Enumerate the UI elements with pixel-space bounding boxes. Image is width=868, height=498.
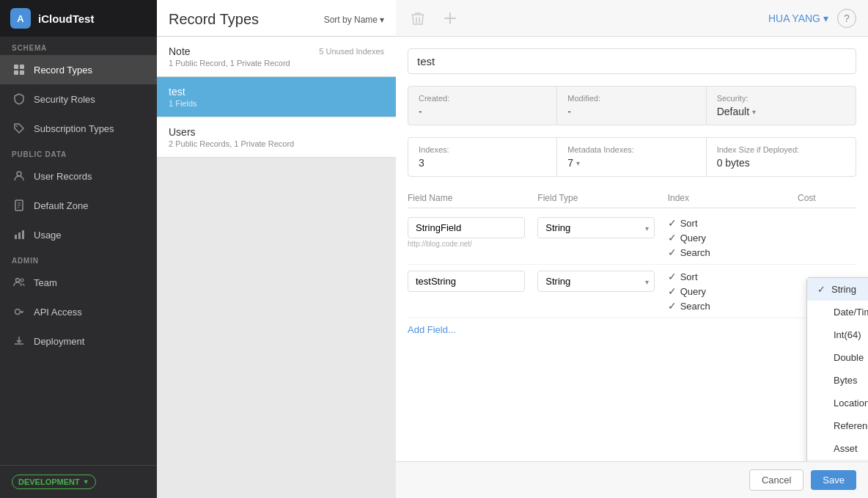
field-name-input-1[interactable]	[408, 271, 525, 292]
sidebar-item-deployment[interactable]: Deployment	[0, 326, 157, 356]
dropdown-item-asset[interactable]: Asset	[807, 437, 868, 460]
chevron-down-icon: ▾	[576, 159, 580, 167]
app-header: A iCloudTest	[0, 0, 157, 37]
svg-rect-2	[14, 70, 18, 75]
sidebar-item-label: API Access	[34, 307, 82, 318]
field-type-select-0[interactable]: String Date/Time Int(64) Double Bytes Lo…	[537, 217, 655, 238]
right-footer: Cancel Save	[396, 461, 868, 498]
meta-modified-label: Modified:	[567, 94, 695, 103]
meta-metadata-indexes: Metadata Indexes: 7 ▾	[557, 138, 706, 176]
svg-rect-1	[20, 65, 24, 69]
meta-index-size: Index Size if Deployed: 0 bytes	[707, 138, 856, 176]
dropdown-more-button[interactable]: ▼	[807, 460, 868, 461]
field-name-cell	[408, 271, 537, 292]
type-dropdown: ✓ String Date/Time Int(64) Double Bytes	[806, 277, 868, 461]
meta-modified: Modified: -	[557, 87, 706, 125]
checkmark-icon: ✓	[668, 300, 677, 312]
meta-grid-1: Created: - Modified: - Security: Default…	[408, 86, 856, 125]
index-sort-1: ✓ Sort	[668, 271, 798, 282]
record-subtitle: 1 Fields	[169, 99, 384, 108]
meta-indexes: Indexes: 3	[408, 138, 557, 176]
svg-rect-3	[20, 70, 24, 75]
add-field-button[interactable]: Add Field...	[408, 318, 456, 341]
svg-point-4	[16, 125, 18, 127]
meta-indexes-value: 3	[419, 157, 546, 169]
record-item-users[interactable]: Users 2 Public Records, 1 Private Record	[157, 117, 396, 158]
dropdown-item-string[interactable]: ✓ String	[807, 278, 868, 301]
meta-metadata-value: 7 ▾	[567, 157, 695, 169]
schema-section-label: SCHEMA	[0, 37, 157, 55]
dropdown-item-double[interactable]: Double	[807, 346, 868, 369]
doc-icon	[12, 198, 26, 213]
dropdown-item-datetime[interactable]: Date/Time	[807, 301, 868, 323]
svg-rect-8	[18, 232, 21, 239]
field-hint-0: http://blog.code.net/	[408, 240, 537, 248]
dropdown-item-reference[interactable]: Reference	[807, 414, 868, 437]
index-search-1: ✓ Search	[668, 300, 798, 312]
sidebar-item-default-zone[interactable]: Default Zone	[0, 191, 157, 220]
fields-table-header: Field Name Field Type Index Cost	[408, 188, 856, 208]
chevron-down-icon: ▾	[823, 12, 828, 24]
add-button[interactable]	[440, 8, 460, 29]
app-icon: A	[10, 8, 31, 29]
meta-grid-2: Indexes: 3 Metadata Indexes: 7 ▾ Index S…	[408, 137, 856, 177]
index-search-0: ✓ Search	[668, 246, 798, 258]
dropdown-item-location[interactable]: Location	[807, 392, 868, 414]
meta-indexes-label: Indexes:	[419, 145, 546, 154]
sidebar-item-label: Usage	[34, 230, 62, 241]
admin-section-label: ADMIN	[0, 249, 157, 268]
sidebar-item-label: User Records	[34, 171, 92, 182]
meta-created-label: Created:	[419, 94, 546, 103]
help-button[interactable]: ?	[837, 9, 856, 28]
record-item-note[interactable]: 5 Unused Indexes Note 1 Public Record, 1…	[157, 37, 396, 77]
field-type-select-1[interactable]: String	[537, 271, 655, 292]
sidebar-item-security-roles[interactable]: Security Roles	[0, 84, 157, 114]
delete-button[interactable]	[408, 8, 428, 29]
record-item-test[interactable]: test 1 Fields	[157, 77, 396, 117]
shield-icon	[12, 92, 26, 106]
record-badge: 5 Unused Indexes	[319, 47, 384, 56]
sidebar-item-api-access[interactable]: API Access	[0, 297, 157, 326]
sort-control[interactable]: Sort by Name ▾	[324, 15, 384, 25]
record-title: Users	[169, 126, 384, 138]
field-row-0: http://blog.code.net/ String Date/Time I…	[408, 211, 856, 265]
tag-icon	[12, 121, 26, 136]
save-button[interactable]: Save	[811, 470, 856, 490]
meta-index-size-label: Index Size if Deployed:	[717, 145, 845, 154]
people-icon	[12, 275, 26, 290]
index-query-1: ✓ Query	[668, 285, 798, 297]
dropdown-item-bytes[interactable]: Bytes	[807, 369, 868, 392]
svg-rect-0	[14, 65, 18, 69]
meta-metadata-label: Metadata Indexes:	[567, 145, 695, 154]
user-name[interactable]: HUA YANG ▾	[768, 12, 828, 24]
col-cost: Cost	[798, 193, 856, 203]
sidebar-item-label: Record Types	[34, 65, 92, 76]
cancel-button[interactable]: Cancel	[749, 469, 803, 491]
right-toolbar: HUA YANG ▾ ?	[396, 0, 868, 37]
col-index: Index	[668, 193, 798, 203]
meta-index-size-value: 0 bytes	[717, 157, 845, 169]
checkmark-icon: ✓	[668, 271, 677, 282]
middle-header: Record Types Sort by Name ▾	[157, 0, 396, 37]
sidebar-item-team[interactable]: Team	[0, 268, 157, 297]
sidebar-item-user-records[interactable]: User Records	[0, 161, 157, 191]
field-name-input-0[interactable]	[408, 217, 525, 238]
sidebar-item-usage[interactable]: Usage	[0, 220, 157, 249]
sidebar-item-label: Subscription Types	[34, 123, 114, 134]
public-data-section-label: PUBLIC DATA	[0, 143, 157, 161]
record-name-input[interactable]	[408, 48, 856, 74]
meta-security-label: Security:	[717, 94, 845, 103]
sidebar-item-label: Security Roles	[34, 94, 95, 105]
panel-title: Record Types	[169, 11, 259, 28]
sidebar-item-subscription-types[interactable]: Subscription Types	[0, 114, 157, 143]
environment-badge[interactable]: DEVELOPMENT ▼	[12, 475, 96, 489]
meta-created: Created: -	[408, 87, 557, 125]
field-type-cell: String ▾	[537, 271, 667, 292]
svg-rect-9	[22, 230, 24, 239]
person-icon	[12, 169, 26, 183]
sidebar-item-record-types[interactable]: Record Types	[0, 55, 157, 84]
field-name-cell: http://blog.code.net/	[408, 217, 537, 248]
svg-point-11	[21, 279, 23, 282]
dropdown-item-int64[interactable]: Int(64)	[807, 323, 868, 346]
bar-icon	[12, 227, 26, 242]
